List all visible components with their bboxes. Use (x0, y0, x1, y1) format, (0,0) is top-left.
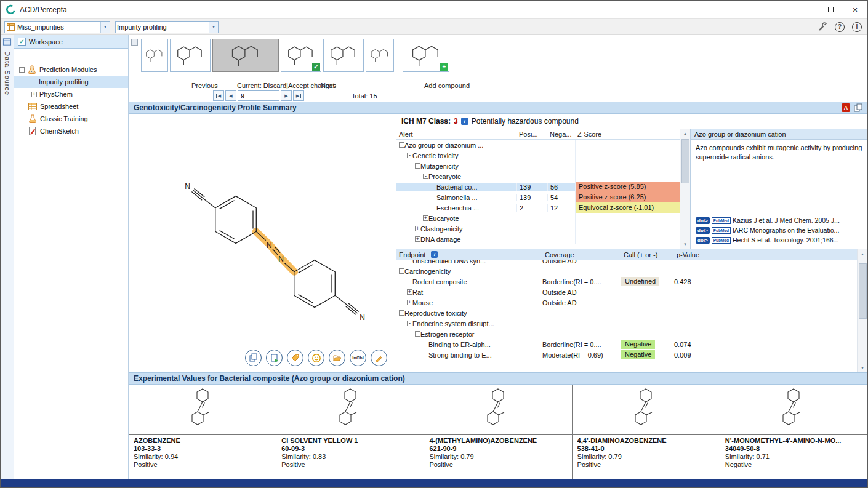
previous-record-button[interactable]: ◀ (225, 90, 236, 101)
send-structure-button[interactable] (329, 350, 345, 366)
tree-item-impurity-profiling[interactable]: Impurity profiling (14, 76, 128, 88)
pubmed-icon[interactable]: PubMed (712, 217, 731, 224)
ich-info-icon[interactable]: i (461, 118, 468, 125)
alert-table-row[interactable]: - Procaryote (396, 171, 680, 182)
compound-thumbnail[interactable]: ✓ (281, 39, 321, 72)
reference-item[interactable]: doi> PubMed IARC Monographs on the Evalu… (696, 225, 862, 235)
alert-table-row[interactable]: - Genetic toxicity (396, 150, 680, 161)
column-coverage[interactable]: Coverage (542, 251, 621, 258)
tree-expander[interactable]: - (399, 310, 404, 316)
scroll-down-icon[interactable]: ▼ (680, 239, 690, 249)
close-button[interactable]: × (843, 1, 867, 19)
doi-icon[interactable]: doi> (696, 237, 710, 244)
scrollbar-thumb[interactable] (859, 263, 867, 319)
column-endpoint[interactable]: Endpoint (399, 251, 425, 258)
module-select[interactable]: Impurity profiling ▼ (115, 21, 219, 33)
compound-thumbnail[interactable] (170, 39, 211, 72)
doi-icon[interactable]: doi> (696, 217, 710, 224)
endpoint-table-row[interactable]: - Reproductive toxicity (396, 308, 857, 318)
reference-item[interactable]: doi> PubMed Kazius J et al. J Med Chem. … (696, 215, 862, 225)
tree-expander[interactable]: - (19, 67, 25, 73)
next-record-button[interactable]: ▶ (281, 90, 292, 101)
experimental-compound-card[interactable]: 4,4'-DIAMINOAZOBENZENE 538-41-0 Similari… (572, 385, 720, 479)
tree-item-physchem[interactable]: + PhysChem (14, 88, 128, 100)
alert-tag-button[interactable] (287, 350, 303, 366)
alert-table-row[interactable]: + DNA damage (396, 234, 680, 244)
doi-icon[interactable]: doi> (696, 227, 710, 234)
column-negatives[interactable]: Nega... (547, 130, 575, 138)
add-compound-label[interactable]: Add compound (424, 82, 470, 89)
compound-thumbnail[interactable] (141, 39, 168, 72)
pubmed-icon[interactable]: PubMed (712, 227, 731, 234)
endpoint-table-row[interactable]: - Estrogen receptor (396, 329, 857, 339)
filmstrip-collapse-button[interactable] (131, 39, 138, 46)
tree-item-spreadsheet[interactable]: Spreadsheet (14, 100, 128, 113)
last-record-button[interactable]: ▶ (293, 90, 304, 101)
workspace-checkbox[interactable]: ✓ (18, 38, 26, 46)
tree-expander[interactable]: + (407, 289, 412, 295)
minimize-button[interactable]: – (794, 1, 818, 19)
help-button[interactable]: ? (833, 20, 846, 34)
about-button[interactable]: i (850, 20, 864, 34)
dataset-select[interactable]: Misc_impurities ▼ (4, 21, 110, 33)
options-wrench-button[interactable] (816, 20, 829, 34)
compound-thumbnail[interactable] (323, 39, 364, 72)
column-pvalue[interactable]: p-Value (674, 251, 711, 258)
copy-structure-button[interactable] (245, 350, 262, 366)
alert-table-row[interactable]: Salmonella ... 139 54 Positive z-score (… (396, 192, 680, 202)
tree-expander[interactable]: + (423, 215, 428, 221)
tree-expander[interactable]: + (407, 300, 412, 305)
workspace-header[interactable]: ✓ Workspace (14, 35, 128, 49)
pdf-report-icon[interactable]: A (842, 103, 850, 112)
experimental-compound-card[interactable]: AZOBENZENE 103-33-3 Similarity: 0.94 Pos… (129, 385, 276, 479)
compound-thumbnail[interactable] (366, 39, 394, 72)
alert-table-row[interactable]: Escherichia ... 2 12 Equivocal z-score (… (396, 202, 680, 213)
tree-expander[interactable]: - (407, 321, 412, 326)
tree-expander[interactable]: - (399, 142, 404, 148)
column-positives[interactable]: Posi... (516, 130, 547, 138)
experimental-compound-card[interactable]: 4-(METHYLAMINO)AZOBENZENE 621-90-9 Simil… (424, 385, 571, 479)
reference-item[interactable]: doi> PubMed Hecht S et al. Toxicology. 2… (696, 235, 862, 245)
pubmed-icon[interactable]: PubMed (712, 237, 731, 244)
tree-item-prediction-modules[interactable]: - Prediction Modules (14, 63, 128, 76)
endpoint-table-row[interactable]: + Rat Outside AD (396, 287, 857, 297)
tree-expander[interactable]: + (415, 236, 420, 242)
scroll-up-icon[interactable]: ▲ (858, 249, 867, 258)
endpoint-table-scrollbar[interactable]: ▲ ▼ (857, 249, 867, 372)
tree-item-chemsketch[interactable]: ChemSketch (14, 125, 128, 137)
alert-table-row[interactable]: - Azo group or diazonium ... (396, 140, 680, 150)
experimental-compound-card[interactable]: CI SOLVENT YELLOW 1 60-09-3 Similarity: … (276, 385, 424, 479)
endpoint-info-icon[interactable]: i (431, 251, 438, 258)
column-call[interactable]: Call (+ or -) (621, 251, 674, 258)
tree-item-classic-training[interactable]: Classic Training (14, 113, 128, 125)
data-source-strip[interactable]: Data Source (1, 35, 14, 479)
toxicity-smiley-button[interactable] (308, 350, 324, 366)
endpoint-table-row[interactable]: + Mouse Outside AD (396, 297, 857, 308)
record-number-input[interactable] (238, 90, 279, 101)
alert-table-row[interactable]: + Eucaryote (396, 213, 680, 223)
next-label[interactable]: Next (321, 82, 335, 89)
scrollbar-thumb[interactable] (681, 139, 689, 183)
export-structure-button[interactable] (266, 350, 283, 366)
tree-expander[interactable]: - (407, 153, 412, 158)
tree-expander[interactable]: - (415, 331, 420, 337)
tree-expander[interactable]: + (31, 92, 37, 97)
data-source-tab-label[interactable]: Data Source (4, 51, 11, 95)
endpoint-table-row[interactable]: - Carcinogenicity (396, 266, 857, 276)
alert-table-scrollbar[interactable]: ▲ ▼ (680, 129, 690, 249)
first-record-button[interactable]: ◀ (213, 90, 224, 101)
dataset-dropdown-arrow[interactable]: ▼ (100, 22, 110, 33)
tree-expander[interactable]: - (415, 163, 420, 169)
endpoint-table-row[interactable]: Rodent composite Borderline(RI = 0.... U… (396, 276, 857, 287)
tree-expander[interactable]: + (415, 226, 420, 231)
module-dropdown-arrow[interactable]: ▼ (209, 22, 218, 33)
edit-structure-button[interactable] (371, 350, 387, 366)
inchi-button[interactable]: InChI (350, 350, 366, 366)
maximize-button[interactable] (818, 1, 843, 19)
endpoint-table-row[interactable]: Strong binding to E... Moderate(RI = 0.6… (396, 350, 857, 360)
alert-table-row[interactable]: + Clastogenicity (396, 223, 680, 234)
endpoint-table-row[interactable]: - Endocrine system disrupt... (396, 318, 857, 329)
scroll-down-icon[interactable]: ▼ (858, 363, 867, 372)
endpoint-table-row[interactable]: Unscheduled DNA syn... Outside AD (396, 260, 857, 266)
experimental-compound-card[interactable]: N'-MONOMETHYL-4'-AMINO-N-MO... 34049-50-… (720, 385, 867, 479)
